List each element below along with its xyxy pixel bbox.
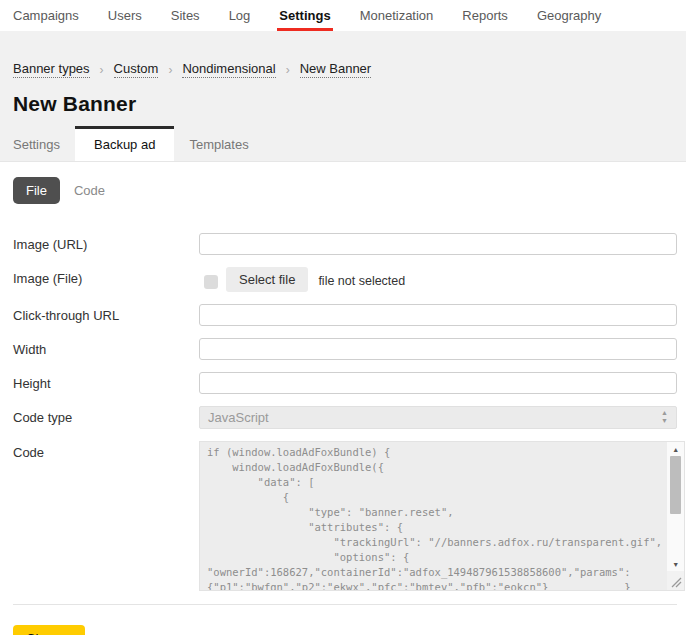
code-type-label: Code type	[13, 406, 199, 425]
image-url-row: Image (URL)	[13, 233, 677, 255]
code-type-row: Code type JavaScript ▲▼	[13, 406, 677, 429]
breadcrumb-banner-types[interactable]: Banner types	[13, 61, 90, 78]
code-scrollbar[interactable]: ▲ ▼	[667, 442, 684, 571]
click-url-row: Click-through URL	[13, 304, 677, 326]
height-label: Height	[13, 372, 199, 391]
nav-item-geography[interactable]: Geography	[537, 1, 601, 31]
image-file-label: Image (File)	[13, 267, 199, 286]
scroll-down-icon[interactable]: ▼	[672, 557, 679, 571]
nav-item-monetization[interactable]: Monetization	[360, 1, 434, 31]
nav-item-users[interactable]: Users	[108, 1, 142, 31]
tab-backup-ad[interactable]: Backup ad	[75, 126, 174, 161]
code-type-value: JavaScript	[208, 410, 269, 425]
change-button[interactable]: Change	[13, 625, 85, 635]
nav-item-log[interactable]: Log	[229, 1, 251, 31]
breadcrumb-separator: ›	[168, 63, 172, 77]
width-input[interactable]	[199, 338, 677, 360]
tab-bar: Settings Backup ad Templates	[13, 129, 673, 161]
tab-templates[interactable]: Templates	[174, 129, 263, 161]
code-row: Code if (window.loadAdFoxBundle) { windo…	[13, 441, 677, 591]
height-row: Height	[13, 372, 677, 394]
page-title: New Banner	[13, 92, 673, 116]
code-textarea[interactable]: if (window.loadAdFoxBundle) { window.loa…	[199, 441, 685, 591]
nav-item-reports[interactable]: Reports	[462, 1, 508, 31]
image-file-checkbox[interactable]	[204, 275, 218, 289]
breadcrumb-separator: ›	[100, 63, 104, 77]
breadcrumb-separator: ›	[286, 63, 290, 77]
breadcrumb-nondimensional[interactable]: Nondimensional	[182, 61, 275, 78]
top-navigation: Campaigns Users Sites Log Settings Monet…	[0, 0, 686, 31]
image-file-row: Image (File) Select file file not select…	[13, 267, 677, 292]
breadcrumb: Banner types › Custom › Nondimensional ›…	[13, 61, 673, 78]
width-row: Width	[13, 338, 677, 360]
breadcrumb-new-banner[interactable]: New Banner	[300, 61, 372, 78]
height-input[interactable]	[199, 372, 677, 394]
code-label: Code	[13, 441, 199, 460]
code-type-select[interactable]: JavaScript ▲▼	[199, 406, 677, 429]
scroll-up-icon[interactable]: ▲	[672, 442, 679, 456]
click-url-label: Click-through URL	[13, 304, 199, 323]
nav-item-sites[interactable]: Sites	[171, 1, 200, 31]
click-url-input[interactable]	[199, 304, 677, 326]
resize-grip-icon[interactable]	[667, 571, 684, 590]
image-url-input[interactable]	[199, 233, 677, 255]
nav-item-campaigns[interactable]: Campaigns	[13, 1, 79, 31]
footer: Change	[0, 605, 686, 635]
file-toggle-button[interactable]: File	[13, 177, 60, 204]
scroll-thumb[interactable]	[670, 456, 681, 514]
main-content: File Code Image (URL) Image (File) Selec…	[0, 162, 686, 605]
code-content[interactable]: if (window.loadAdFoxBundle) { window.loa…	[200, 442, 684, 591]
nav-item-settings[interactable]: Settings	[279, 1, 330, 31]
select-file-button[interactable]: Select file	[226, 267, 308, 292]
page-header: Banner types › Custom › Nondimensional ›…	[0, 31, 686, 162]
breadcrumb-custom[interactable]: Custom	[114, 61, 159, 78]
file-status-text: file not selected	[318, 272, 405, 288]
width-label: Width	[13, 338, 199, 357]
source-toggle: File Code	[13, 177, 677, 204]
code-toggle-link[interactable]: Code	[74, 183, 105, 198]
select-sorter-icon: ▲▼	[661, 409, 668, 425]
image-url-label: Image (URL)	[13, 233, 199, 252]
tab-settings[interactable]: Settings	[13, 129, 75, 161]
